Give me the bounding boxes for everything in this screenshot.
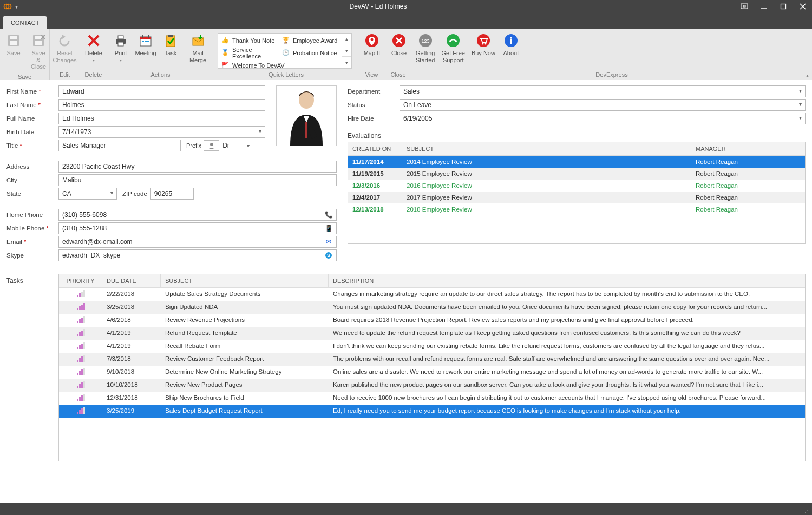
task-row[interactable]: 3/25/2018Sign Updated NDAYou must sign u… [59,301,805,314]
label-status: Status [348,102,400,108]
info-icon [503,33,519,48]
quick-letters-gallery[interactable]: 👍Thank You Note 🏆Employee Award 🏅Service… [218,33,352,69]
label-email: Email* [6,239,58,245]
flag-icon: 🚩 [221,62,229,68]
svg-rect-12 [35,36,42,39]
skype-icon[interactable]: S [324,251,333,260]
svg-rect-22 [140,37,151,39]
about-button[interactable]: About [499,31,523,59]
get-free-support-button[interactable]: Get Free Support [438,31,468,65]
evaluations-table: CREATED ON SUBJECT MANAGER 11/17/2014201… [348,142,806,244]
mobile-icon[interactable]: 📱 [324,224,333,233]
mail-icon[interactable]: ✉ [324,237,333,246]
clipboard-check-icon [163,33,178,48]
svg-point-38 [447,34,460,47]
label-birth-date: Birth Date [6,129,58,135]
eval-row[interactable]: 12/13/20182018 Employee ReviewRobert Rea… [348,203,805,215]
save-close-button[interactable]: Save & Close [26,31,51,72]
close-button[interactable]: Close [387,31,411,59]
svg-rect-19 [118,36,123,39]
ribbon-collapse-button[interactable]: ▴ [806,72,809,78]
task-row[interactable]: 2/22/2018Update Sales Strategy Documents… [59,288,805,301]
svg-rect-5 [781,4,786,9]
task-button[interactable]: Task [158,31,183,59]
eval-row[interactable]: 11/17/20142014 Employee ReviewRobert Rea… [348,156,805,168]
map-it-button[interactable]: Map It [359,31,384,59]
delete-button[interactable]: Delete▾ [81,31,106,65]
eval-row[interactable]: 12/4/20172017 Employee ReviewRobert Reag… [348,192,805,203]
print-button[interactable]: Print▾ [108,31,133,65]
address-input[interactable]: 23200 Pacific Coast Hwy [58,161,337,173]
tasks-col-priority[interactable]: PRIORITY [59,274,102,287]
label-zip: ZIP code [122,190,147,197]
eval-row[interactable]: 12/3/20162016 Employee ReviewRobert Reag… [348,180,805,192]
svg-text:S: S [327,253,330,258]
department-select[interactable]: Sales [400,85,806,97]
reset-changes-button[interactable]: Reset Changes [51,31,78,65]
label-mobile-phone: Mobile Phone* [6,225,58,232]
tab-contact[interactable]: CONTACT [3,16,47,29]
label-last-name: Last Name* [6,102,58,108]
save-button[interactable]: Save [1,31,26,59]
task-row[interactable]: 9/10/2018Determine New Online Marketing … [59,366,805,379]
eval-col-subject[interactable]: SUBJECT [402,142,691,155]
resize-grip-icon[interactable]: ⋰ [804,507,810,513]
buy-now-button[interactable]: Buy Now [468,31,499,59]
full-name-input[interactable]: Ed Holmes [58,113,265,124]
mail-merge-button[interactable]: Mail Merge [183,31,213,65]
prefix-select[interactable]: Dr [219,140,253,151]
window-minimize-button[interactable] [758,2,770,11]
last-name-input[interactable]: Holmes [58,99,265,111]
svg-text:123: 123 [421,38,429,44]
tasks-col-desc[interactable]: DESCRIPTION [329,274,805,287]
label-evaluations: Evaluations [348,132,806,140]
title-input[interactable]: Sales Manager [58,140,181,151]
svg-rect-29 [168,35,173,37]
task-row[interactable]: 10/10/2018Review New Product PagesKaren … [59,379,805,392]
status-select[interactable]: On Leave [400,99,806,111]
task-row[interactable]: 12/31/2018Ship New Brochures to FieldNee… [59,392,805,405]
window-maximize-button[interactable] [777,2,789,11]
phone-icon[interactable]: 📞 [324,210,333,219]
thumbsup-icon: 👍 [221,37,229,44]
first-name-input[interactable]: Edward [58,85,265,97]
ribbon-group-quickletters-label: Quick Letters [215,70,357,80]
meeting-button[interactable]: Meeting [133,31,158,59]
getting-started-button[interactable]: 123Getting Started [412,31,438,65]
tasks-col-due[interactable]: DUE DATE [102,274,161,287]
ribbon-group-view-label: View [359,70,384,80]
eval-row[interactable]: 11/19/20152015 Employee ReviewRobert Rea… [348,168,805,180]
gallery-down-button[interactable]: ▾ [342,45,351,57]
svg-point-45 [510,37,512,39]
label-full-name: Full Name [6,115,58,122]
window-close-button[interactable] [797,2,809,11]
task-row[interactable]: 3/25/2019Sales Dept Budget Request Repor… [59,405,805,418]
email-input[interactable]: edwardh@dx-email.com✉ [58,236,337,248]
home-phone-input[interactable]: (310) 555-6098📞 [58,209,337,221]
eval-col-created[interactable]: CREATED ON [348,142,402,155]
city-input[interactable]: Malibu [58,174,337,186]
label-state: State [6,190,58,197]
skype-input[interactable]: edwardh_DX_skypeS [58,249,337,261]
clock-icon: 🕒 [282,49,290,57]
map-pin-icon [364,33,379,48]
svg-rect-26 [145,41,147,42]
eval-col-manager[interactable]: MANAGER [691,142,805,155]
ribbon-group-actions-label: Actions [108,70,213,80]
mail-merge-icon [191,33,206,48]
birth-date-input[interactable]: 7/14/1973 [58,126,265,138]
mobile-phone-input[interactable]: (310) 555-1288📱 [58,222,337,234]
window-overlay-button[interactable] [738,2,750,11]
svg-rect-9 [10,36,17,39]
state-select[interactable]: CA [58,188,117,200]
hire-date-input[interactable]: 6/19/2005 [400,113,806,124]
tasks-col-subject[interactable]: SUBJECT [161,274,329,287]
close-circle-icon [391,33,407,48]
gallery-expand-button[interactable]: ▾ [342,57,351,68]
task-row[interactable]: 4/1/2019Recall Rebate FormI don't think … [59,340,805,353]
zip-input[interactable]: 90265 [150,188,194,200]
task-row[interactable]: 4/6/2018Review Revenue ProjectionsBoard … [59,314,805,327]
gallery-up-button[interactable]: ▴ [342,34,351,45]
task-row[interactable]: 4/1/2019Refund Request TemplateWe need t… [59,327,805,340]
task-row[interactable]: 7/3/2018Review Customer Feedback ReportT… [59,353,805,366]
